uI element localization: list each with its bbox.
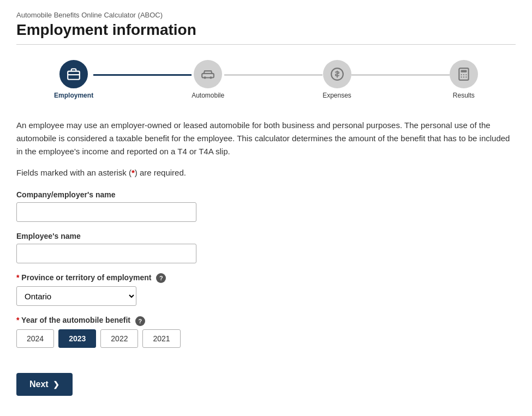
year-buttons-group: 2024 2023 2022 2021	[16, 329, 516, 348]
next-button-label: Next	[29, 379, 49, 389]
svg-point-9	[463, 74, 464, 75]
province-select[interactable]: Ontario Alberta British Columbia Manitob…	[16, 286, 136, 306]
step-line-1	[93, 74, 192, 76]
svg-point-4	[210, 76, 212, 79]
svg-point-12	[463, 76, 464, 77]
employee-input[interactable]	[16, 244, 196, 263]
year-2021-button[interactable]: 2021	[142, 329, 180, 348]
province-field-group: Province or territory of employment ? On…	[16, 273, 516, 306]
step-employment-circle	[59, 60, 88, 88]
step-expenses-label: Expenses	[322, 92, 351, 99]
step-employment: Employment	[54, 60, 93, 99]
svg-point-8	[461, 74, 462, 75]
company-input[interactable]	[16, 202, 196, 222]
step-results: Results	[450, 60, 478, 99]
description-text: An employee may use an employer-owned or…	[16, 119, 516, 158]
required-note: Fields marked with an asterisk (*) are r…	[16, 168, 516, 177]
year-2022-button[interactable]: 2022	[100, 329, 138, 348]
svg-rect-2	[202, 74, 214, 78]
province-help-icon[interactable]: ?	[156, 273, 166, 283]
step-employment-label: Employment	[54, 92, 93, 99]
step-line-2	[224, 74, 322, 76]
year-label: Year of the automobile benefit ?	[16, 316, 516, 325]
next-button[interactable]: Next ❯	[16, 373, 73, 396]
svg-point-11	[461, 76, 462, 77]
svg-point-10	[465, 74, 467, 75]
asterisk-symbol: *	[131, 168, 135, 177]
year-help-icon[interactable]: ?	[135, 316, 145, 326]
employee-field-group: Employee's name	[16, 232, 516, 263]
app-title: Automobile Benefits Online Calculator (A…	[16, 11, 516, 19]
employee-label: Employee's name	[16, 232, 516, 240]
step-expenses-circle	[323, 60, 351, 88]
step-results-circle	[450, 60, 478, 88]
svg-point-3	[204, 76, 206, 79]
year-field-group: Year of the automobile benefit ? 2024 20…	[16, 316, 516, 347]
step-expenses: Expenses	[322, 60, 351, 99]
title-divider	[16, 44, 516, 45]
province-label: Province or territory of employment ?	[16, 273, 516, 283]
step-automobile: Automobile	[192, 60, 224, 99]
svg-point-13	[465, 76, 467, 77]
step-automobile-label: Automobile	[192, 92, 224, 99]
step-automobile-circle	[194, 60, 222, 88]
step-line-3	[351, 74, 450, 76]
company-label: Company/employer's name	[16, 190, 516, 199]
progress-stepper: Employment Automobile Expenses	[16, 60, 516, 99]
svg-rect-7	[461, 70, 467, 72]
year-2023-button[interactable]: 2023	[58, 329, 96, 348]
company-field-group: Company/employer's name	[16, 190, 516, 222]
year-2024-button[interactable]: 2024	[16, 329, 54, 348]
page-title: Employment information	[16, 21, 516, 39]
step-results-label: Results	[453, 92, 475, 99]
next-chevron-icon: ❯	[53, 380, 59, 389]
